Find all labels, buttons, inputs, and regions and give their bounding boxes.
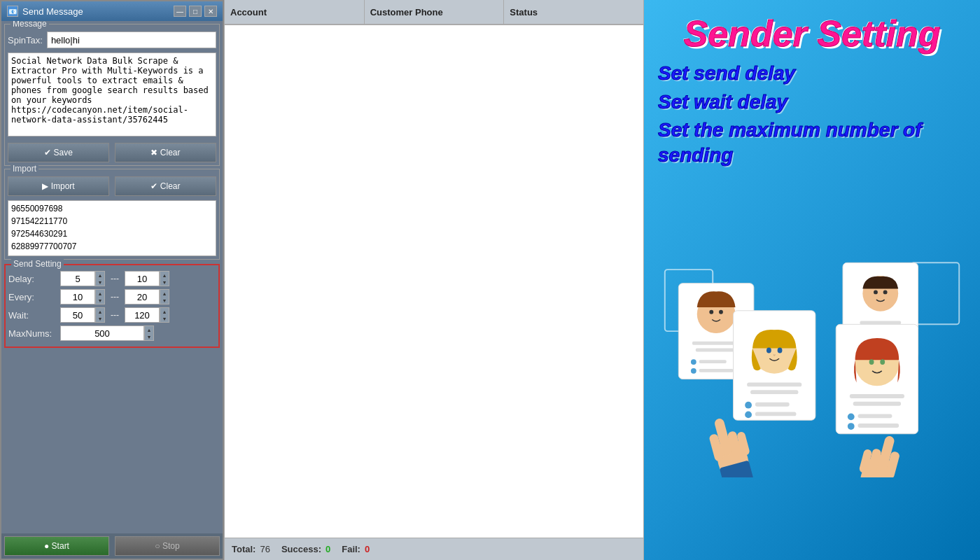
every-min-up[interactable]: ▲: [96, 290, 104, 297]
delay-max-up[interactable]: ▲: [160, 272, 169, 279]
every-max-input[interactable]: [125, 289, 160, 304]
feature-3: Set the maximum number of sending: [658, 118, 966, 169]
maxnums-input[interactable]: [60, 326, 144, 341]
svg-rect-19: [755, 402, 790, 407]
minimize-button[interactable]: —: [174, 6, 186, 17]
spintax-label: SpinTax:: [8, 35, 43, 46]
maxnums-arrows[interactable]: ▲ ▼: [144, 326, 154, 341]
list-item: 971542211770: [11, 215, 213, 227]
maxnums-row: MaxNums: ▲ ▼: [8, 326, 216, 341]
delay-row: Delay: ▲ ▼ --- ▲ ▼: [8, 271, 216, 286]
fail-status: Fail: 0: [342, 544, 370, 554]
maximize-button[interactable]: □: [189, 6, 202, 17]
success-label: Success:: [281, 544, 321, 554]
message-textarea[interactable]: [8, 52, 216, 136]
import-section-label: Import: [10, 164, 38, 174]
svg-point-4: [709, 310, 713, 314]
svg-point-36: [848, 414, 855, 421]
wait-max-arrows[interactable]: ▲ ▼: [160, 307, 169, 323]
svg-point-14: [766, 348, 771, 354]
svg-point-15: [778, 348, 783, 354]
every-row: Every: ▲ ▼ --- ▲ ▼: [8, 289, 216, 304]
list-item: 62889977700707: [11, 240, 213, 253]
every-dash: ---: [108, 292, 122, 302]
wait-min-up[interactable]: ▲: [96, 308, 104, 315]
wait-min-input[interactable]: [60, 307, 95, 323]
wait-min-spinner: ▲ ▼: [60, 307, 105, 323]
wait-max-up[interactable]: ▲: [160, 308, 169, 315]
illustration-area: [658, 178, 966, 553]
spintax-row: SpinTax:: [8, 31, 216, 48]
svg-rect-11: [699, 369, 734, 372]
send-setting-section: Send Setting Delay: ▲ ▼ --- ▲ ▼: [4, 264, 220, 348]
maxnums-label: MaxNums:: [8, 328, 57, 339]
center-panel: Account Customer Phone Status Total: 76 …: [224, 0, 644, 560]
app-icon: 📧: [7, 6, 18, 17]
maxnums-down[interactable]: ▼: [145, 333, 153, 340]
wait-max-down[interactable]: ▼: [160, 315, 169, 322]
delay-max-arrows[interactable]: ▲ ▼: [160, 271, 169, 286]
import-clear-button[interactable]: ✔ Clear: [115, 176, 216, 196]
wait-max-input[interactable]: [125, 307, 160, 323]
every-min-spinner: ▲ ▼: [60, 289, 105, 304]
maxnums-up[interactable]: ▲: [145, 326, 153, 333]
message-btn-row: ✔ Save ✖ Clear: [8, 143, 216, 162]
phone-list: 96550097698 971542211770 972544630291 62…: [8, 200, 216, 256]
message-section: Message SpinTax: ✔ Save ✖ Clear: [4, 24, 220, 166]
save-button[interactable]: ✔ Save: [8, 143, 109, 162]
every-min-down[interactable]: ▼: [96, 297, 104, 304]
spintax-input[interactable]: [47, 31, 216, 48]
svg-point-5: [719, 310, 723, 314]
delay-min-spinner: ▲ ▼: [60, 271, 105, 286]
delay-label: Delay:: [8, 274, 57, 284]
wait-row: Wait: ▲ ▼ --- ▲ ▼: [8, 307, 216, 323]
table-header: Account Customer Phone Status: [225, 0, 643, 25]
total-value: 76: [260, 544, 270, 554]
fail-label: Fail:: [342, 544, 360, 554]
success-status: Success: 0: [281, 544, 330, 554]
delay-min-down[interactable]: ▼: [96, 279, 104, 286]
col-account: Account: [225, 0, 365, 24]
import-button[interactable]: ▶ Import: [8, 176, 109, 196]
svg-rect-6: [692, 342, 740, 345]
wait-max-spinner: ▲ ▼: [125, 307, 169, 323]
list-item: 96550097698: [11, 202, 213, 215]
list-item: 972544630291: [11, 227, 213, 240]
success-value: 0: [326, 544, 330, 554]
stop-button[interactable]: ○ Stop: [115, 536, 220, 556]
col-phone: Customer Phone: [365, 0, 505, 24]
close-button[interactable]: ✕: [204, 6, 217, 17]
every-max-arrows[interactable]: ▲ ▼: [160, 289, 169, 304]
delay-min-input[interactable]: [60, 271, 95, 286]
every-max-up[interactable]: ▲: [160, 290, 169, 297]
delay-min-arrows[interactable]: ▲ ▼: [95, 271, 105, 286]
every-min-arrows[interactable]: ▲ ▼: [95, 289, 105, 304]
feature-1: Set send delay: [658, 61, 966, 86]
message-clear-button[interactable]: ✖ Clear: [115, 143, 216, 162]
start-button[interactable]: ● Start: [4, 536, 109, 556]
svg-point-18: [745, 402, 752, 409]
svg-point-33: [880, 360, 885, 365]
svg-rect-35: [853, 402, 901, 406]
every-min-input[interactable]: [60, 289, 95, 304]
delay-min-up[interactable]: ▲: [96, 272, 104, 279]
every-max-spinner: ▲ ▼: [125, 289, 169, 304]
every-max-down[interactable]: ▼: [160, 297, 169, 304]
wait-min-down[interactable]: ▼: [96, 315, 104, 322]
svg-point-20: [745, 412, 752, 419]
svg-point-8: [691, 360, 696, 365]
wait-min-arrows[interactable]: ▲ ▼: [95, 307, 105, 323]
feature-list: Set send delay Set wait delay Set the ma…: [658, 61, 966, 172]
svg-rect-34: [850, 394, 904, 398]
svg-point-38: [848, 424, 855, 430]
every-label: Every:: [8, 292, 57, 302]
send-setting-label: Send Setting: [11, 259, 64, 269]
maxnums-spinner: ▲ ▼: [60, 326, 154, 341]
svg-point-25: [883, 290, 888, 295]
bottom-bar: ● Start ○ Stop: [1, 533, 223, 559]
delay-max-input[interactable]: [125, 271, 160, 286]
app-window: 📧 Send Message — □ ✕ Message SpinTax: ✔ …: [0, 0, 224, 560]
svg-rect-39: [858, 424, 899, 428]
delay-max-down[interactable]: ▼: [160, 279, 169, 286]
window-title: Send Message: [22, 6, 83, 17]
